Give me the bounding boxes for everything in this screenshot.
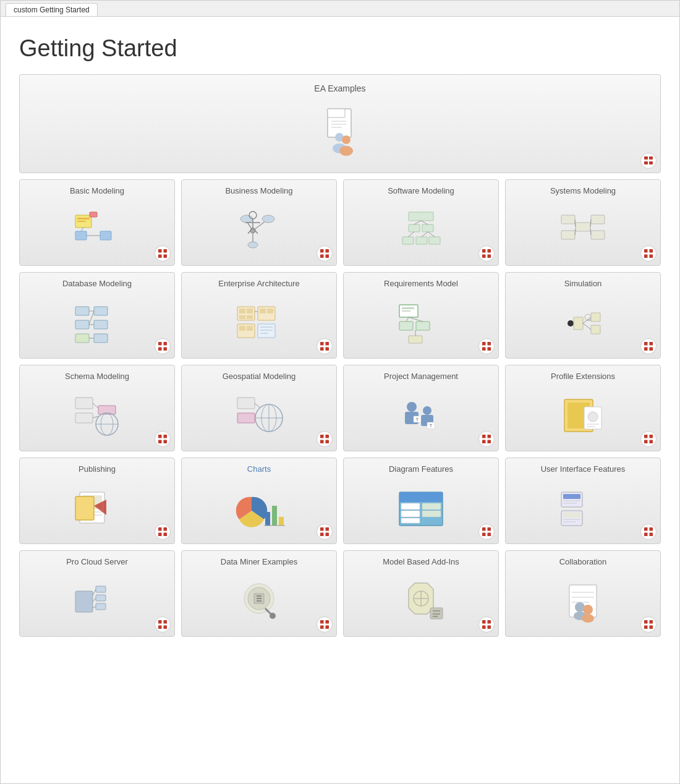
- svg-rect-120: [591, 325, 600, 334]
- svg-line-77: [89, 311, 94, 325]
- card-pro-cloud-server[interactable]: Pro Cloud Server: [19, 550, 175, 637]
- card-badge-project-management[interactable]: [478, 431, 495, 447]
- card-title-schema-modeling: Schema Modeling: [65, 372, 129, 382]
- card-data-miner-examples[interactable]: Data Miner Examples: [181, 550, 337, 637]
- svg-text:T: T: [430, 423, 433, 428]
- card-badge-basic-modeling[interactable]: [155, 245, 171, 262]
- svg-rect-201: [488, 527, 491, 531]
- card-badge-requirements-model[interactable]: [478, 338, 495, 354]
- svg-point-151: [407, 402, 417, 412]
- card-badge-software-modeling[interactable]: [478, 245, 495, 262]
- svg-point-31: [248, 242, 258, 248]
- card-requirements-model[interactable]: Requirements Model: [343, 272, 499, 359]
- card-badge-diagram-features[interactable]: [478, 524, 495, 540]
- svg-rect-44: [402, 237, 414, 244]
- card-software-modeling[interactable]: Software Modeling: [343, 179, 499, 266]
- card-user-interface-features[interactable]: User Interface Features: [505, 458, 661, 544]
- page-title: Getting Started: [19, 35, 661, 62]
- svg-point-258: [582, 614, 594, 623]
- card-systems-modeling[interactable]: Systems Modeling: [505, 179, 661, 266]
- card-badge-data-miner-examples[interactable]: [317, 616, 333, 633]
- svg-rect-12: [649, 161, 653, 164]
- svg-rect-186: [272, 506, 277, 526]
- card-badge-systems-modeling[interactable]: [640, 245, 657, 262]
- card-icon-diagram-features: [350, 480, 492, 539]
- svg-rect-110: [402, 307, 414, 309]
- svg-line-107: [406, 317, 409, 322]
- card-badge-schema-modeling[interactable]: [155, 431, 171, 447]
- svg-rect-104: [399, 322, 413, 330]
- svg-line-64: [590, 229, 591, 235]
- svg-rect-114: [482, 347, 486, 351]
- svg-rect-247: [482, 620, 486, 624]
- svg-rect-106: [409, 336, 422, 343]
- card-icon-model-based-addins: [350, 573, 492, 631]
- card-profile-extensions[interactable]: Profile Extensions: [505, 365, 661, 451]
- card-badge-profile-extensions[interactable]: [640, 431, 657, 447]
- card-row-2: Schema Modeling Geospatial Modeling Proj…: [19, 365, 661, 451]
- svg-rect-113: [488, 342, 491, 346]
- card-badge-enterprise-architecture[interactable]: [317, 338, 333, 354]
- card-charts[interactable]: Charts: [181, 458, 337, 544]
- svg-rect-226: [164, 626, 168, 629]
- ea-examples-icon: [28, 100, 652, 164]
- svg-line-146: [255, 403, 260, 408]
- svg-rect-261: [644, 626, 648, 629]
- card-simulation[interactable]: Simulation: [505, 272, 661, 359]
- ea-examples-badge[interactable]: [640, 153, 657, 169]
- svg-line-63: [575, 229, 576, 235]
- card-title-diagram-features: Diagram Features: [389, 464, 453, 475]
- card-badge-geospatial-modeling[interactable]: [317, 431, 333, 447]
- svg-rect-60: [576, 223, 590, 231]
- svg-rect-86: [239, 315, 245, 319]
- svg-rect-203: [488, 533, 491, 537]
- card-badge-pro-cloud-server[interactable]: [155, 616, 171, 633]
- svg-point-28: [250, 228, 255, 233]
- card-icon-geospatial-modeling: [188, 387, 330, 446]
- svg-rect-138: [158, 440, 162, 444]
- svg-rect-216: [75, 591, 93, 612]
- svg-rect-236: [326, 620, 329, 624]
- card-model-based-addins[interactable]: Model Based Add-Ins: [343, 550, 499, 637]
- card-title-charts: Charts: [247, 464, 271, 475]
- card-title-data-miner-examples: Data Miner Examples: [221, 557, 297, 568]
- card-badge-simulation[interactable]: [640, 338, 657, 354]
- svg-rect-45: [416, 237, 427, 244]
- card-title-geospatial-modeling: Geospatial Modeling: [223, 372, 296, 382]
- card-project-management[interactable]: Project Management T T: [343, 365, 499, 451]
- card-icon-collaboration: [512, 573, 654, 631]
- svg-line-134: [93, 403, 98, 408]
- card-badge-charts[interactable]: [317, 524, 333, 540]
- tab-custom-getting-started[interactable]: custom Getting Started: [6, 3, 98, 16]
- card-badge-collaboration[interactable]: [640, 616, 657, 633]
- svg-point-7: [342, 135, 351, 144]
- card-database-modeling[interactable]: Database Modeling: [19, 272, 175, 359]
- card-badge-business-modeling[interactable]: [317, 245, 333, 262]
- card-diagram-features[interactable]: Diagram Features: [343, 458, 499, 544]
- card-business-modeling[interactable]: Business Modeling: [181, 179, 337, 266]
- card-icon-enterprise-architecture: [188, 294, 330, 353]
- card-geospatial-modeling[interactable]: Geospatial Modeling: [181, 365, 337, 451]
- card-badge-user-interface-features[interactable]: [640, 524, 657, 540]
- ea-examples-title: EA Examples: [314, 83, 365, 93]
- svg-rect-195: [401, 503, 420, 509]
- card-badge-model-based-addins[interactable]: [478, 616, 495, 633]
- svg-rect-260: [650, 620, 653, 624]
- card-schema-modeling[interactable]: Schema Modeling: [19, 365, 175, 451]
- svg-rect-196: [401, 511, 420, 517]
- card-icon-charts: [188, 480, 330, 539]
- card-collaboration[interactable]: Collaboration: [505, 550, 661, 637]
- card-badge-database-modeling[interactable]: [155, 338, 171, 354]
- svg-rect-262: [650, 626, 653, 629]
- ea-examples-card[interactable]: EA Examples: [19, 74, 661, 173]
- card-basic-modeling[interactable]: Basic Modeling: [19, 179, 175, 266]
- card-icon-publishing: [26, 480, 168, 539]
- card-badge-publishing[interactable]: [155, 524, 171, 540]
- card-enterprise-architecture[interactable]: Enterprise Architecture: [181, 272, 337, 359]
- card-icon-simulation: [512, 294, 654, 353]
- card-publishing[interactable]: Publishing: [19, 458, 175, 544]
- card-row-3: Publishing Charts Diagram F: [19, 458, 661, 544]
- svg-rect-102: [326, 347, 329, 351]
- svg-rect-137: [164, 435, 168, 438]
- svg-rect-225: [158, 626, 162, 629]
